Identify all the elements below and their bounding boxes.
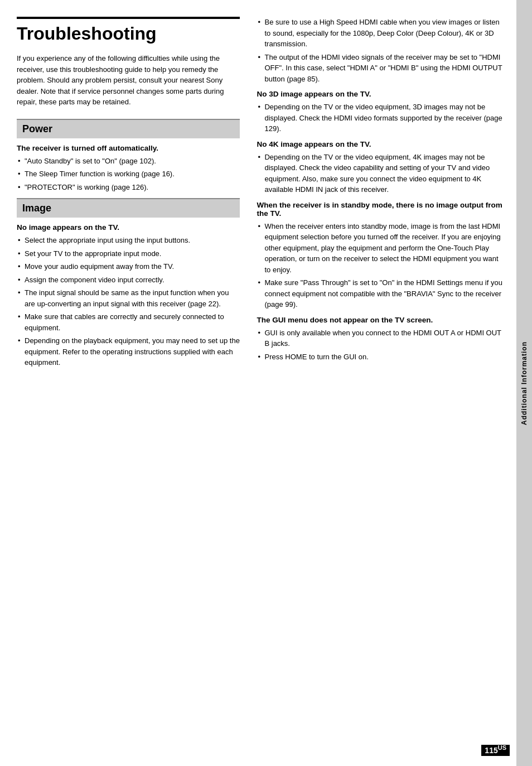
image-subsection: No image appears on the TV. Select the a… — [17, 223, 240, 368]
gui-subsection: The GUI menu does not appear on the TV s… — [257, 316, 505, 363]
right-column: Be sure to use a High Speed HDMI cable w… — [251, 17, 505, 749]
standby-bullets: When the receiver enters into standby mo… — [257, 221, 505, 310]
list-item: "PROTECTOR" is working (page 126). — [17, 182, 240, 193]
page-title: Troubleshooting — [17, 17, 240, 44]
image-section-header: Image — [17, 198, 240, 218]
image-bullet-list: Select the appropriate input using the i… — [17, 235, 240, 368]
list-item: The output of the HDMI video signals of … — [257, 52, 505, 85]
page-number-area: 115US — [481, 744, 510, 755]
image-subsection-title: No image appears on the TV. — [17, 223, 240, 232]
list-item: When the receiver enters into standby mo… — [257, 221, 505, 276]
list-item: GUI is only available when you connect t… — [257, 327, 505, 349]
power-subsection: The receiver is turned off automatically… — [17, 144, 240, 193]
no-3d-title: No 3D image appears on the TV. — [257, 90, 505, 98]
list-item: Depending on the playback equipment, you… — [17, 335, 240, 368]
list-item: The input signal should be same as the i… — [17, 287, 240, 309]
hdmi-bullet-list: Be sure to use a High Speed HDMI cable w… — [257, 17, 505, 84]
gui-title: The GUI menu does not appear on the TV s… — [257, 316, 505, 324]
no-4k-bullets: Depending on the TV or the video equipme… — [257, 152, 505, 195]
page-container: Troubleshooting If you experience any of… — [0, 0, 532, 766]
list-item: Make sure "Pass Through" is set to "On" … — [257, 277, 505, 310]
main-content: Troubleshooting If you experience any of… — [0, 0, 516, 766]
no-3d-bullets: Depending on the TV or the video equipme… — [257, 102, 505, 134]
list-item: Be sure to use a High Speed HDMI cable w… — [257, 17, 505, 50]
list-item: "Auto Standby" is set to "On" (page 102)… — [17, 156, 240, 167]
power-section-header: Power — [17, 119, 240, 138]
side-tab-label: Additional Information — [520, 341, 528, 425]
left-column: Troubleshooting If you experience any of… — [17, 17, 251, 749]
power-subsection-title: The receiver is turned off automatically… — [17, 144, 240, 152]
list-item: Press HOME to turn the GUI on. — [257, 351, 505, 363]
list-item: Make sure that cables are correctly and … — [17, 311, 240, 333]
list-item: The Sleep Timer function is working (pag… — [17, 168, 240, 180]
standby-title: When the receiver is in standby mode, th… — [257, 201, 505, 218]
no-4k-title: No 4K image appears on the TV. — [257, 140, 505, 148]
power-bullet-list: "Auto Standby" is set to "On" (page 102)… — [17, 156, 240, 193]
no-4k-subsection: No 4K image appears on the TV. Depending… — [257, 140, 505, 195]
list-item: Depending on the TV or the video equipme… — [257, 152, 505, 195]
gui-bullets: GUI is only available when you connect t… — [257, 327, 505, 363]
list-item: Depending on the TV or the video equipme… — [257, 102, 505, 134]
no-3d-subsection: No 3D image appears on the TV. Depending… — [257, 90, 505, 134]
list-item: Move your audio equipment away from the … — [17, 261, 240, 272]
list-item: Select the appropriate input using the i… — [17, 235, 240, 246]
intro-text: If you experience any of the following d… — [17, 53, 240, 108]
standby-subsection: When the receiver is in standby mode, th… — [257, 201, 505, 310]
list-item: Set your TV to the appropriate input mod… — [17, 248, 240, 259]
list-item: Assign the component video input correct… — [17, 274, 240, 286]
side-tab: Additional Information — [516, 0, 532, 766]
page-number: 115US — [481, 745, 510, 756]
